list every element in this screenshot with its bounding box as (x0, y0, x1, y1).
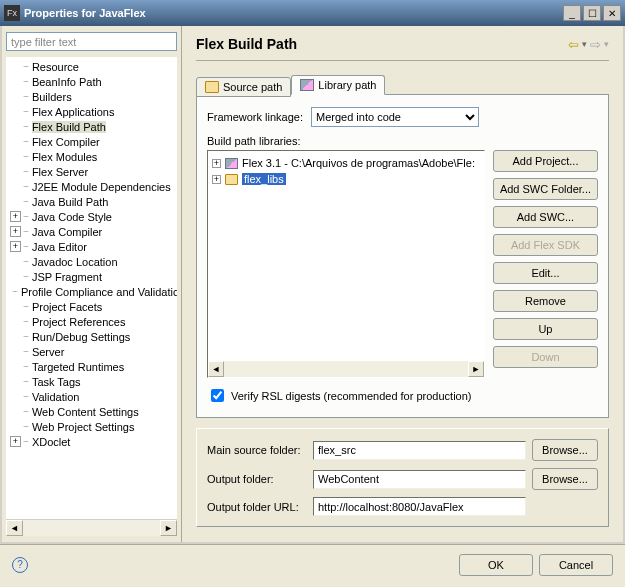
tree-item[interactable]: ····J2EE Module Dependencies (6, 179, 177, 194)
tree-item[interactable]: ····Flex Applications (6, 104, 177, 119)
verify-rsl-label: Verify RSL digests (recommended for prod… (231, 390, 471, 402)
tree-item[interactable]: +····Java Compiler (6, 224, 177, 239)
tree-item-label: Java Build Path (32, 196, 108, 208)
remove-button[interactable]: Remove (493, 290, 598, 312)
add-flex-sdk-button: Add Flex SDK (493, 234, 598, 256)
library-item[interactable]: +Flex 3.1 - C:\Arquivos de programas\Ado… (212, 155, 480, 171)
filter-input[interactable] (6, 32, 177, 51)
main-source-input[interactable] (313, 441, 526, 460)
right-panel: Flex Build Path ⇦ ▾ ⇨ ▾ Source path Libr… (182, 26, 623, 542)
tree-connector: ···· (23, 332, 28, 341)
tree-connector: ···· (23, 107, 28, 116)
scroll-left-icon[interactable]: ◄ (208, 361, 224, 377)
tab-source-path[interactable]: Source path (196, 77, 291, 97)
tree-connector: ···· (23, 197, 28, 206)
add-swc-folder-button[interactable]: Add SWC Folder... (493, 178, 598, 200)
tree-item[interactable]: ····Project References (6, 314, 177, 329)
build-path-libraries-label: Build path libraries: (207, 135, 598, 147)
forward-menu-icon[interactable]: ▾ (604, 39, 609, 49)
close-button[interactable]: ✕ (603, 5, 621, 21)
tree-item[interactable]: ····Validation (6, 389, 177, 404)
up-button[interactable]: Up (493, 318, 598, 340)
tree-item[interactable]: ····JSP Fragment (6, 269, 177, 284)
expand-icon[interactable]: + (10, 211, 21, 222)
tree-item[interactable]: ····Web Content Settings (6, 404, 177, 419)
window-title: Properties for JavaFlex (24, 7, 561, 19)
library-item-label: Flex 3.1 - C:\Arquivos de programas\Adob… (242, 157, 475, 169)
library-item[interactable]: +flex_libs (212, 171, 480, 187)
output-folder-input[interactable] (313, 470, 526, 489)
tree-connector: ···· (23, 302, 28, 311)
tree-item-label: Profile Compliance and Validatic (21, 286, 177, 298)
minimize-button[interactable]: _ (563, 5, 581, 21)
tree-item[interactable]: ····Resource (6, 59, 177, 74)
framework-linkage-select[interactable]: Merged into code (311, 107, 479, 127)
expand-icon[interactable]: + (10, 241, 21, 252)
expand-icon[interactable]: + (10, 436, 21, 447)
add-project-button[interactable]: Add Project... (493, 150, 598, 172)
tree-connector: ···· (23, 347, 28, 356)
tree-connector: ···· (23, 227, 28, 236)
tree-item-label: Java Code Style (32, 211, 112, 223)
tab-source-label: Source path (223, 81, 282, 93)
edit-button[interactable]: Edit... (493, 262, 598, 284)
back-menu-icon[interactable]: ▾ (582, 39, 587, 49)
tree-item-label: Resource (32, 61, 79, 73)
tree-item[interactable]: ····Java Build Path (6, 194, 177, 209)
tree-connector: ···· (23, 122, 28, 131)
tree-item[interactable]: ····Run/Debug Settings (6, 329, 177, 344)
tree-connector: ···· (23, 407, 28, 416)
tree-item[interactable]: ····Flex Server (6, 164, 177, 179)
tree-item[interactable]: +····Java Code Style (6, 209, 177, 224)
tree-item-label: Javadoc Location (32, 256, 118, 268)
help-icon[interactable]: ? (12, 557, 28, 573)
expand-icon[interactable]: + (212, 159, 221, 168)
tree-item-label: Project Facets (32, 301, 102, 313)
tree-item[interactable]: +····XDoclet (6, 434, 177, 449)
tree-item[interactable]: ····Project Facets (6, 299, 177, 314)
tree-item[interactable]: ····BeanInfo Path (6, 74, 177, 89)
tree-item[interactable]: ····Javadoc Location (6, 254, 177, 269)
browse-main-source-button[interactable]: Browse... (532, 439, 598, 461)
add-swc-button[interactable]: Add SWC... (493, 206, 598, 228)
tree-connector: ···· (23, 212, 28, 221)
tree-connector: ···· (23, 242, 28, 251)
tree-item-label: Task Tags (32, 376, 81, 388)
browse-output-folder-button[interactable]: Browse... (532, 468, 598, 490)
tab-library-path[interactable]: Library path (291, 75, 385, 95)
tree-item[interactable]: ····Builders (6, 89, 177, 104)
library-path-panel: Framework linkage: Merged into code Buil… (196, 94, 609, 418)
back-icon[interactable]: ⇦ (568, 37, 579, 52)
category-tree[interactable]: ····Resource····BeanInfo Path····Builder… (6, 57, 177, 519)
ok-button[interactable]: OK (459, 554, 533, 576)
tree-item[interactable]: ····Flex Modules (6, 149, 177, 164)
left-panel: ····Resource····BeanInfo Path····Builder… (2, 26, 182, 542)
tree-item[interactable]: ····Task Tags (6, 374, 177, 389)
tree-item[interactable]: ····Server (6, 344, 177, 359)
scroll-right-icon[interactable]: ► (468, 361, 484, 377)
lib-hscroll[interactable]: ◄ ► (208, 361, 484, 377)
cancel-button[interactable]: Cancel (539, 554, 613, 576)
tree-item[interactable]: ····Flex Compiler (6, 134, 177, 149)
tree-item[interactable]: +····Java Editor (6, 239, 177, 254)
library-icon (225, 158, 238, 169)
tree-hscroll[interactable]: ◄ ► (6, 519, 177, 536)
down-button: Down (493, 346, 598, 368)
tree-connector: ···· (23, 257, 28, 266)
tree-item-label: Java Compiler (32, 226, 102, 238)
maximize-button[interactable]: ☐ (583, 5, 601, 21)
tree-connector: ···· (23, 182, 28, 191)
expand-icon[interactable]: + (212, 175, 221, 184)
libraries-tree[interactable]: +Flex 3.1 - C:\Arquivos de programas\Ado… (207, 150, 485, 378)
tree-item-label: BeanInfo Path (32, 76, 102, 88)
scroll-right-icon[interactable]: ► (160, 520, 177, 536)
tree-item[interactable]: ····Profile Compliance and Validatic (6, 284, 177, 299)
expand-icon[interactable]: + (10, 226, 21, 237)
scroll-left-icon[interactable]: ◄ (6, 520, 23, 536)
verify-rsl-checkbox[interactable] (211, 389, 224, 402)
tree-item[interactable]: ····Flex Build Path (6, 119, 177, 134)
output-url-input[interactable] (313, 497, 526, 516)
tree-connector: ···· (23, 377, 28, 386)
tree-item[interactable]: ····Web Project Settings (6, 419, 177, 434)
tree-item[interactable]: ····Targeted Runtimes (6, 359, 177, 374)
